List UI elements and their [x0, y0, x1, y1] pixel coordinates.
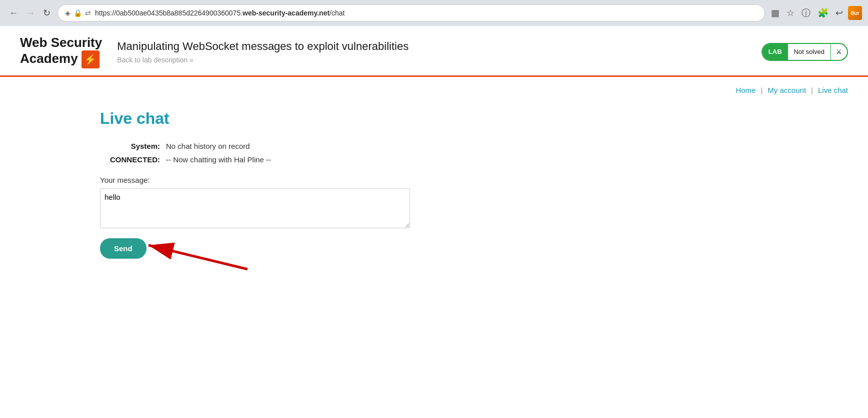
reload-button[interactable]: ↻	[40, 5, 54, 20]
system-label: System:	[100, 142, 160, 150]
message-label: Your message:	[100, 176, 848, 184]
lab-flask-button[interactable]: ⚔	[830, 44, 847, 60]
url-domain: web-security-academy.net	[242, 9, 330, 17]
page-heading: Live chat	[100, 109, 848, 128]
undo-button[interactable]: ↩	[834, 5, 845, 20]
back-to-lab-link[interactable]: Back to lab description »	[117, 56, 762, 64]
live-chat-link[interactable]: Live chat	[818, 86, 848, 94]
extensions-button[interactable]: ⓘ	[800, 5, 812, 21]
address-bar[interactable]: ◈ 🔒 ⇄ https://0ab500ae0435b8a885d2264900…	[58, 4, 765, 21]
home-link[interactable]: Home	[736, 86, 756, 94]
connected-row: CONNECTED: -- Now chatting with Hal Plin…	[100, 155, 848, 164]
system-row: System: No chat history on record	[100, 142, 848, 150]
back-button[interactable]: ←	[6, 6, 21, 20]
forward-button[interactable]: →	[23, 6, 38, 20]
message-input[interactable]: hello	[100, 188, 410, 228]
logo-icon: ⚡	[82, 50, 100, 68]
logo-block: Web Security Academy ⚡	[20, 35, 102, 68]
site-header: Web Security Academy ⚡ Manipulating WebS…	[0, 26, 868, 77]
logo-area: Web Security Academy ⚡	[20, 35, 102, 68]
connected-label: CONNECTED:	[100, 155, 160, 164]
bookmark-button[interactable]: ☆	[784, 5, 796, 20]
red-arrow-annotation	[142, 234, 252, 274]
lab-status-text: Not solved	[788, 48, 830, 55]
lock-icon: 🔒	[74, 9, 82, 17]
logo-line2: Academy	[20, 51, 78, 66]
burp-suite-icon[interactable]: Bur	[848, 6, 862, 20]
lab-label: LAB	[762, 44, 788, 60]
browser-chrome: ← → ↻ ◈ 🔒 ⇄ https://0ab500ae0435b8a885d2…	[0, 0, 868, 26]
system-value: No chat history on record	[166, 142, 250, 150]
nav-buttons: ← → ↻	[6, 5, 54, 20]
shield-icon: ◈	[65, 9, 70, 17]
lab-title: Manipulating WebSocket messages to explo…	[117, 40, 762, 53]
logo-line1: Web Security	[20, 35, 102, 50]
send-button-container: Send	[100, 238, 146, 259]
qr-button[interactable]: ▦	[769, 5, 782, 20]
lab-status-badge: LAB Not solved ⚔	[762, 43, 848, 61]
nav-separator-2: |	[811, 86, 813, 94]
nav-separator-1: |	[760, 86, 762, 94]
puzzle-button[interactable]: 🧩	[816, 5, 830, 20]
url-prefix: https://0ab500ae0435b8a885d2264900360075…	[95, 9, 242, 17]
send-button[interactable]: Send	[100, 238, 146, 259]
connected-value: -- Now chatting with Hal Pline --	[166, 155, 271, 164]
url-path: /chat	[330, 9, 344, 17]
site-info-icon: ⇄	[85, 9, 91, 17]
browser-actions: ▦ ☆ ⓘ 🧩 ↩ Bur	[769, 5, 862, 21]
logo-line2-container: Academy ⚡	[20, 51, 100, 66]
page-nav: Home | My account | Live chat	[0, 77, 868, 99]
lab-info: Manipulating WebSocket messages to explo…	[102, 40, 762, 64]
my-account-link[interactable]: My account	[768, 86, 806, 94]
logo-text: Web Security Academy ⚡	[20, 35, 102, 68]
main-content: Live chat System: No chat history on rec…	[0, 99, 868, 279]
url-display: https://0ab500ae0435b8a885d2264900360075…	[95, 9, 758, 17]
svg-line-1	[148, 245, 248, 269]
security-icons: ◈ 🔒 ⇄	[65, 9, 91, 17]
chat-history: System: No chat history on record CONNEC…	[100, 142, 848, 164]
